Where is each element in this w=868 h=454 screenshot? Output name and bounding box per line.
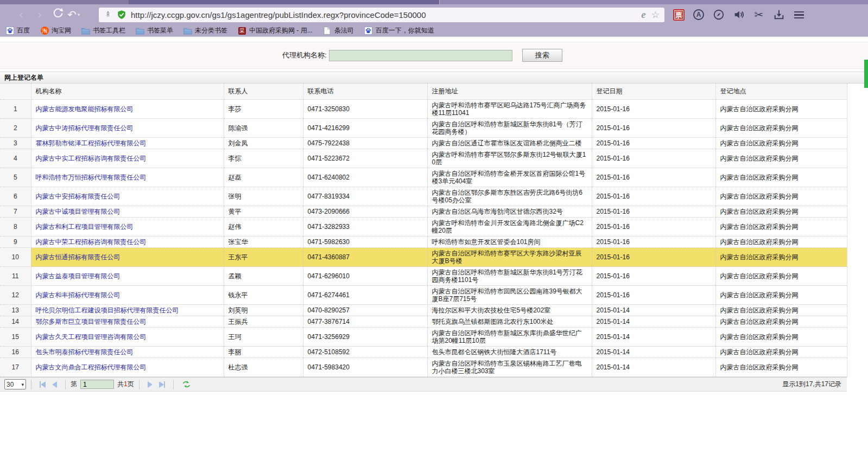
table-row[interactable]: 11 内蒙古益泰项目管理有限公司 孟颖 0471-6296010 内蒙古自治区呼… xyxy=(0,267,847,286)
column-header: 联系人 xyxy=(224,84,303,100)
table-row[interactable]: 10 内蒙古恒通招标有限责任公司 王东平 0471-4360887 内蒙古自治区… xyxy=(0,248,847,267)
table-row[interactable]: 2 内蒙古中涛招标代理有限责任公司 陈渝强 0471-4216299 内蒙古自治… xyxy=(0,119,847,138)
org-name-link[interactable]: 内蒙古中涛招标代理有限责任公司 xyxy=(36,124,134,132)
back-button[interactable]: ‹ xyxy=(12,7,30,23)
org-name-cell: 内蒙古恒通招标有限责任公司 xyxy=(31,248,224,267)
bookmark-item[interactable]: 中国政府采购网 - 用... xyxy=(238,26,313,35)
table-row[interactable]: 15 内蒙古久天工程项目管理咨询有限公司 王珂 0471-3256929 内蒙古… xyxy=(0,328,847,347)
address-cell: 海拉尔区和平大街农技校住宅5号楼202室 xyxy=(427,305,592,316)
org-name-link[interactable]: 霍林郭勒市铭泽工程招标代理有限公司 xyxy=(36,139,147,147)
table-row[interactable]: 9 内蒙古中荣工程招标咨询有限责任公司 张宝华 0471-5982630 呼和浩… xyxy=(0,236,847,248)
taobao-icon xyxy=(40,27,49,35)
row-number: 12 xyxy=(0,286,31,305)
org-name-cell: 内蒙古久天工程项目管理咨询有限公司 xyxy=(31,328,224,347)
table-row[interactable]: 4 内蒙古中实工程招标咨询有限责任公司 李悰 0471-5223672 内蒙古呼… xyxy=(0,149,847,168)
org-name-link[interactable]: 内蒙古中实工程招标咨询有限责任公司 xyxy=(36,155,147,162)
mute-speaker-icon[interactable] xyxy=(732,8,745,21)
undo-icon: ↶ xyxy=(67,8,77,21)
org-name-link[interactable]: 内蒙古中诚项目管理有限公司 xyxy=(36,208,121,215)
org-name-link[interactable]: 呼和浩特市万恒招标代理有限责任公司 xyxy=(36,174,147,181)
org-name-link[interactable]: 内蒙古和利工程项目管理有限公司 xyxy=(36,223,134,231)
table-row[interactable]: 7 内蒙古中诚项目管理有限公司 黄平 0473-2090666 内蒙古自治区乌海… xyxy=(0,206,847,218)
row-number: 5 xyxy=(0,168,31,187)
phone-cell: 0471-4360887 xyxy=(303,248,427,267)
org-name-link[interactable]: 内蒙古中安招标有限责任公司 xyxy=(36,193,121,200)
next-page-button[interactable] xyxy=(148,381,153,388)
agency-name-input[interactable] xyxy=(329,50,512,61)
snip-scissors-icon[interactable] xyxy=(752,8,765,21)
bookmark-item[interactable]: 未分类书签 xyxy=(183,26,227,35)
row-number-header xyxy=(0,84,31,100)
url-text[interactable]: http://jczy.ccgp.gov.cn/gs1/gs1agentreg/… xyxy=(131,10,641,20)
bookmark-label: 百度一下，你就知道 xyxy=(376,26,434,35)
bookmark-item[interactable]: 百度一下，你就知道 xyxy=(364,26,434,35)
date-cell: 2015-01-16 xyxy=(592,236,715,248)
address-cell: 内蒙古呼和浩特市金川开发区金海路北侧金厦广场C2幢20层 xyxy=(427,218,592,236)
security-shield-icon[interactable] xyxy=(117,10,126,20)
table-row[interactable]: 5 呼和浩特市万恒招标代理有限责任公司 赵磊 0471-6240802 内蒙古自… xyxy=(0,168,847,187)
pagination-bar: 30 第 共1页 显示1到17,共17记录 xyxy=(0,377,847,392)
table-row[interactable]: 1 内蒙古能源发电聚能招标有限公司 李莎 0471-3250830 内蒙古呼和浩… xyxy=(0,100,847,119)
refresh-button[interactable] xyxy=(49,7,67,23)
location-cell: 内蒙古自治区政府采购分网 xyxy=(715,328,847,347)
scrollbar-thumb[interactable] xyxy=(864,60,868,88)
table-row[interactable]: 3 霍林郭勒市铭泽工程招标代理有限公司 刘金凤 0475-7922438 内蒙古… xyxy=(0,138,847,149)
prev-page-button[interactable] xyxy=(52,381,57,388)
active-tab-sliver[interactable] xyxy=(129,0,440,4)
row-number: 6 xyxy=(0,187,31,206)
section-title: 网上登记名单 xyxy=(0,72,868,84)
table-row[interactable]: 12 内蒙古和丰招标代理有限公司 钱永平 0471-6274461 内蒙古自治区… xyxy=(0,286,847,305)
phone-cell: 0475-7922438 xyxy=(303,138,427,149)
org-name-link[interactable]: 内蒙古能源发电聚能招标有限公司 xyxy=(36,105,134,113)
download-icon[interactable] xyxy=(772,8,785,21)
row-number: 15 xyxy=(0,328,31,347)
menu-hamburger-icon[interactable] xyxy=(793,8,806,21)
undo-button[interactable]: ↶ xyxy=(67,8,91,21)
bookmark-item[interactable]: 淘宝网 xyxy=(40,26,71,35)
address-cell: 呼和浩特市如意开发区管委会101房间 xyxy=(427,236,592,248)
ticket-extension-icon[interactable] xyxy=(672,8,685,21)
date-cell: 2015-01-16 xyxy=(592,248,715,267)
first-page-button[interactable] xyxy=(40,381,46,388)
ie-compat-icon[interactable]: e xyxy=(641,9,645,21)
date-cell: 2015-01-16 xyxy=(592,119,715,138)
table-row[interactable]: 14 鄂尔多斯市巨立项目管理有限责任公司 王振兵 0477-3876714 鄂托… xyxy=(0,316,847,328)
page-prefix-label: 第 xyxy=(71,380,77,389)
org-name-link[interactable]: 内蒙古久天工程项目管理咨询有限公司 xyxy=(36,333,147,341)
bookmark-item[interactable]: 书签工具栏 xyxy=(81,26,125,35)
row-number: 16 xyxy=(0,347,31,358)
current-page-input[interactable] xyxy=(80,380,114,389)
undo-dropdown-caret[interactable] xyxy=(78,12,80,17)
last-page-button[interactable] xyxy=(159,381,165,388)
org-name-link[interactable]: 内蒙古中荣工程招标咨询有限责任公司 xyxy=(36,238,147,246)
window-title-strip xyxy=(0,0,868,4)
table-row[interactable]: 6 内蒙古中安招标有限责任公司 张明 0477-8319334 内蒙古自治区鄂尔… xyxy=(0,187,847,206)
search-button[interactable]: 搜索 xyxy=(522,49,562,62)
table-row[interactable]: 8 内蒙古和利工程项目管理有限公司 赵伟 0471-3282933 内蒙古呼和浩… xyxy=(0,218,847,236)
contact-cell: 孟颖 xyxy=(224,267,303,286)
address-bar[interactable]: http://jczy.ccgp.gov.cn/gs1/gs1agentreg/… xyxy=(99,8,664,22)
org-name-link[interactable]: 内蒙古文尚鼎合工程招标代理有限公司 xyxy=(36,363,147,371)
contact-cell: 张宝华 xyxy=(224,236,303,248)
bookmark-item[interactable]: 条法司 xyxy=(323,26,354,35)
bookmark-item[interactable]: 书签菜单 xyxy=(136,26,173,35)
org-name-link[interactable]: 呼伦贝尔明信工程建设项目招标代理有限责任公司 xyxy=(36,306,179,314)
address-cell: 内蒙古自治区鄂尔多斯市东胜区吉劳庆北路6号街坊6号楼05办公室 xyxy=(427,187,592,206)
bookmark-item[interactable]: 百度 xyxy=(5,26,30,35)
table-row[interactable]: 13 呼伦贝尔明信工程建设项目招标代理有限责任公司 刘英明 0470-82902… xyxy=(0,305,847,316)
favorite-star-icon[interactable] xyxy=(651,9,660,21)
boost-rocket-icon[interactable] xyxy=(104,10,112,19)
org-name-link[interactable]: 内蒙古益泰项目管理有限公司 xyxy=(36,272,121,280)
table-row[interactable]: 16 包头市明泰招标代理有限责任公司 李丽 0472-5108592 包头市昆都… xyxy=(0,347,847,358)
compass-icon[interactable] xyxy=(712,8,725,21)
adblock-icon[interactable] xyxy=(692,8,705,21)
reload-grid-button[interactable] xyxy=(182,380,191,389)
page-size-select[interactable]: 30 xyxy=(4,379,26,389)
org-name-link[interactable]: 内蒙古和丰招标代理有限公司 xyxy=(36,291,121,299)
org-name-link[interactable]: 内蒙古恒通招标有限责任公司 xyxy=(36,253,121,261)
org-name-link[interactable]: 鄂尔多斯市巨立项目管理有限责任公司 xyxy=(36,318,147,325)
forward-button[interactable]: › xyxy=(30,7,49,23)
table-row[interactable]: 17 内蒙古文尚鼎合工程招标代理有限公司 杜志强 0471-5983420 内蒙… xyxy=(0,358,847,377)
org-name-link[interactable]: 包头市明泰招标代理有限责任公司 xyxy=(36,348,134,356)
date-cell: 2015-01-14 xyxy=(592,305,715,316)
